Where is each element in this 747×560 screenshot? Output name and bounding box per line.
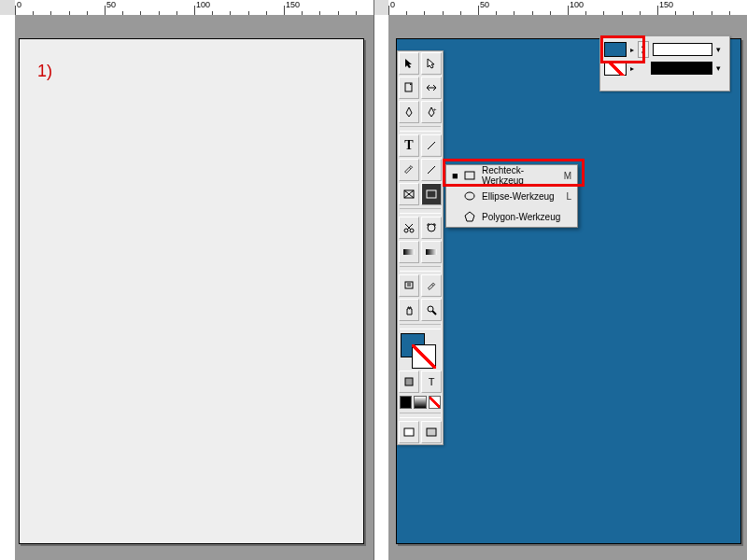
stroke-swatch[interactable] (412, 344, 436, 369)
ruler-horizontal-left[interactable]: 050100150200 (15, 0, 374, 16)
flyout-label: Ellipse-Werkzeug (482, 191, 560, 202)
polygon-icon (463, 210, 476, 223)
svg-rect-17 (405, 378, 413, 385)
svg-rect-12 (405, 282, 413, 288)
formatting-container-icon[interactable] (399, 371, 419, 393)
note-tool[interactable] (399, 274, 419, 297)
separator (400, 413, 441, 418)
pen-add-icon[interactable]: + (421, 101, 442, 123)
page-2[interactable] (396, 38, 741, 544)
pen-tool-icon[interactable] (399, 101, 419, 123)
swatches-mini-panel[interactable]: ▸ ▴▾ ▾ ▸ ▾ (599, 35, 730, 91)
flyout-label: Rechteck-Werkzeug (482, 165, 558, 186)
apply-none-icon[interactable] (429, 396, 441, 409)
normal-view-icon[interactable] (399, 421, 419, 443)
preview-view-icon[interactable] (421, 421, 442, 443)
rectangle-tool[interactable] (421, 183, 442, 205)
apply-color-icon[interactable] (400, 396, 412, 409)
svg-marker-22 (465, 212, 474, 221)
ellipse-icon (463, 189, 476, 203)
svg-text:+: + (433, 106, 437, 112)
tint-stepper[interactable]: ▴▾ (638, 41, 649, 58)
pencil-tool[interactable] (399, 159, 419, 181)
scissors-tool[interactable] (399, 217, 419, 239)
rectangle-frame-tool[interactable] (399, 183, 419, 205)
shape-tool-flyout[interactable]: ■ Rechteck-Werkzeug M Ellipse-Werkzeug L… (445, 164, 578, 228)
gradient-swatch-tool[interactable] (399, 241, 419, 263)
svg-line-4 (404, 190, 414, 198)
svg-rect-20 (465, 172, 474, 179)
flyout-item-ellipse[interactable]: Ellipse-Werkzeug L (446, 186, 577, 206)
eyedropper-tool[interactable] (421, 274, 442, 297)
ruler-vertical-right[interactable] (374, 15, 389, 560)
svg-point-15 (428, 306, 433, 312)
apply-gradient-icon[interactable] (414, 396, 426, 409)
line-tool[interactable] (421, 134, 442, 157)
zoom-tool[interactable] (421, 299, 442, 321)
separator (400, 324, 441, 329)
dropdown-icon[interactable]: ▾ (716, 63, 726, 73)
ruler-horizontal-right[interactable]: 050100150200 (388, 0, 747, 16)
hand-tool[interactable] (399, 299, 419, 321)
svg-line-5 (404, 190, 414, 198)
svg-rect-6 (427, 190, 436, 198)
fill-flyout-icon[interactable]: ▸ (630, 46, 634, 54)
ruler-origin-2[interactable] (374, 0, 389, 16)
flyout-shortcut: L (566, 191, 571, 202)
svg-rect-10 (403, 249, 415, 255)
svg-rect-18 (404, 428, 414, 436)
gradient-feather-tool[interactable] (421, 241, 442, 263)
apply-color-row[interactable] (398, 394, 443, 411)
svg-point-8 (410, 229, 414, 232)
rectangle-icon (463, 169, 476, 182)
page-1[interactable] (19, 38, 364, 544)
selected-marker: ■ (452, 170, 458, 181)
tools-panel[interactable]: + T T (397, 50, 444, 445)
svg-rect-19 (427, 428, 436, 436)
fill-color-swatch[interactable] (604, 42, 627, 57)
ruler-vertical-left[interactable] (0, 15, 16, 560)
flyout-item-polygon[interactable]: Polygon-Werkzeug (446, 206, 577, 227)
flyout-item-rectangle[interactable]: ■ Rechteck-Werkzeug M (446, 165, 577, 186)
ruler-origin[interactable] (0, 0, 16, 16)
svg-point-9 (428, 224, 435, 231)
stroke-flyout-icon[interactable]: ▸ (630, 64, 634, 73)
formatting-text-icon[interactable]: T (421, 371, 442, 393)
gap-tool[interactable] (421, 77, 442, 99)
svg-rect-11 (426, 249, 437, 255)
direct-selection-tool[interactable] (421, 52, 442, 75)
panel-divider (374, 0, 374, 560)
svg-line-2 (428, 142, 435, 149)
canvas-area-left[interactable]: 1) (15, 15, 374, 560)
flyout-label: Polygon-Werkzeug (482, 212, 566, 222)
svg-line-16 (432, 311, 436, 315)
dropdown-icon[interactable]: ▾ (716, 45, 726, 54)
separator (400, 126, 441, 132)
type-tool[interactable]: T (399, 134, 419, 157)
svg-point-7 (404, 229, 408, 232)
flyout-shortcut: M (564, 171, 571, 181)
svg-point-21 (465, 192, 474, 200)
stroke-color-swatch[interactable] (604, 61, 627, 76)
svg-rect-0 (405, 83, 412, 91)
page-tool[interactable] (399, 77, 419, 99)
separator (400, 208, 441, 214)
selection-tool[interactable] (399, 52, 419, 75)
left-panel: 050100150200 1) (0, 0, 374, 560)
annotation-1: 1) (37, 62, 52, 81)
fill-stroke-swatch[interactable] (399, 331, 442, 369)
svg-rect-3 (404, 190, 414, 198)
tint-field[interactable] (653, 43, 712, 56)
transform-tool[interactable] (421, 217, 442, 239)
separator (400, 266, 441, 272)
smooth-tool[interactable] (421, 159, 442, 181)
stroke-style-field[interactable] (651, 62, 712, 75)
